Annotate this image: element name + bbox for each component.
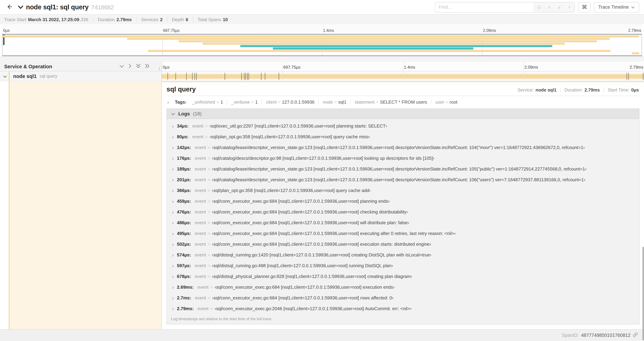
meta-label: Duration <box>98 17 115 22</box>
collapse-all-button[interactable] <box>145 64 150 69</box>
log-field-value: ‹sql/conn_executor_exec.go:684 [nsql1,cl… <box>212 295 393 300</box>
span-row-name-cell[interactable]: node sql1 sql query <box>0 71 162 81</box>
minimap-span-bar <box>148 50 610 52</box>
ruler-tick-label: 0µs <box>3 29 10 33</box>
vertical-scrollbar-thumb[interactable] <box>642 247 644 340</box>
log-entry[interactable]: ›80µs:event=‹sql/plan_opt.go:358 [nsql1,… <box>167 131 639 142</box>
focus-match-button[interactable]: ◎ <box>534 2 544 12</box>
trace-view-selector[interactable]: Trace Timeline <box>594 2 639 12</box>
log-marker-tick <box>247 73 248 80</box>
arrow-left-icon <box>6 3 13 11</box>
log-field-value: ‹sql/conn_executor_exec.go:2046 [nsql1,c… <box>215 306 412 311</box>
log-entry[interactable]: ›597µs:event=‹sql/distsql_running.go:498… <box>167 260 639 271</box>
span-detail-header: sql query Service:node sql1Duration:2.79… <box>166 84 640 93</box>
log-field-value: ‹sql/plan_opt.go:358 [nsql1,client=127.0… <box>212 188 370 193</box>
log-entry[interactable]: ›189µs:event=‹sql/catalog/lease/descript… <box>167 164 639 174</box>
equals-sign: = <box>208 156 210 161</box>
log-entry[interactable]: ›459µs:event=‹sql/conn_executor_exec.go:… <box>167 196 639 207</box>
column-resizer-grip[interactable]: ∥ <box>158 67 160 70</box>
log-entry[interactable]: ›678µs:event=‹sql/distsql_physical_plann… <box>167 271 639 282</box>
chevron-right-icon: › <box>172 274 174 279</box>
expand-all-button[interactable] <box>136 64 140 69</box>
log-timestamp: 2.79ms: <box>177 306 194 311</box>
next-match-button[interactable]: ∨ <box>554 2 564 12</box>
keyboard-shortcuts-button[interactable]: ⌘ <box>578 2 591 12</box>
log-field-key: event <box>195 220 206 225</box>
minimap-span-bar <box>202 43 565 45</box>
ruler-tick-label: 2.79ms <box>630 65 643 70</box>
double-chevron-down-icon <box>136 64 140 69</box>
log-field-value: ‹sql/conn_executor_exec.go:684 [nsql1,cl… <box>212 220 409 225</box>
logs-count: (18) <box>193 111 202 116</box>
collapse-one-level-button[interactable] <box>128 64 132 69</box>
span-meta-value: node sql1 <box>536 87 556 93</box>
trace-minimap[interactable] <box>2 34 642 56</box>
log-entry[interactable]: ›34µs:event=‹sql/exec_util.go:2297 [nsql… <box>167 121 639 131</box>
ruler-tick-label: 2.79ms <box>628 29 641 33</box>
log-entry[interactable]: ›502µs:event=‹sql/conn_executor_exec.go:… <box>167 239 639 249</box>
span-id-label: SpanID: <box>562 333 579 338</box>
log-field-key: event <box>195 263 206 268</box>
span-id-value: 4877749850101760812 <box>581 333 630 338</box>
log-marker-tick <box>246 73 246 80</box>
tag-value: root <box>450 100 458 105</box>
log-timestamp: 34µs: <box>177 123 188 129</box>
log-entry[interactable]: ›2.7ms:event=‹sql/conn_executor_exec.go:… <box>167 292 639 303</box>
log-entry[interactable]: ›2.79ms:event=‹sql/conn_executor_exec.go… <box>167 303 639 314</box>
link-icon <box>633 332 638 338</box>
log-field-value: ‹sql/distsql_physical_planner.go:828 [ns… <box>212 274 412 279</box>
log-entry[interactable]: ›201µs:event=‹sql/catalog/lease/descript… <box>167 174 639 185</box>
meta-value: March 31 2022, 17:25:09 <box>28 17 79 22</box>
log-entry[interactable]: ›495µs:event=‹sql/conn_executor_exec.go:… <box>167 228 639 239</box>
meta-value: 2.79ms <box>116 17 132 22</box>
chevron-right-icon <box>128 64 132 69</box>
log-timestamp: 2.7ms: <box>177 295 191 300</box>
span-meta-item: Duration:2.79ms <box>560 87 604 93</box>
equals-sign: = <box>210 306 213 311</box>
find-input[interactable] <box>435 2 534 12</box>
chevron-down-icon <box>18 4 23 10</box>
log-entry[interactable]: ›476µs:event=‹sql/conn_executor_exec.go:… <box>167 207 639 217</box>
log-marker-tick <box>261 73 262 80</box>
log-marker-tick <box>168 73 168 80</box>
tag-item: statement=SELECT * FROM users <box>350 100 431 105</box>
equals-sign: = <box>208 231 210 236</box>
tag-key: user <box>436 100 444 105</box>
log-entry[interactable]: ›176µs:event=‹sql/catalog/descs/descript… <box>167 153 639 164</box>
previous-match-button[interactable]: ∧ <box>544 2 554 12</box>
tags-section-toggle[interactable]: › Tags: _unfinished=1_verbose=1client=12… <box>166 96 640 108</box>
minimap-span-bar <box>632 52 639 54</box>
log-marker-tick <box>244 73 244 80</box>
log-timestamp: 459µs: <box>177 199 191 204</box>
span-meta-label: Service: <box>518 87 534 93</box>
page-title: node sql1: sql query7418682 <box>26 3 114 11</box>
span-row[interactable]: node sql1 sql query <box>0 71 644 82</box>
service-operation-title: Service & Operation <box>4 64 52 69</box>
chevron-right-icon: › <box>172 123 174 129</box>
log-marker-tick <box>279 73 279 80</box>
span-timeline-cell[interactable] <box>162 71 644 81</box>
log-field-value: ‹sql/catalog/descs/descriptor.go:98 [nsq… <box>212 156 434 161</box>
copy-span-link-button[interactable] <box>633 332 638 338</box>
tag-key: node <box>323 100 333 105</box>
log-field-key: event <box>192 134 204 139</box>
chevron-down-icon: ∨ <box>558 5 561 10</box>
logs-section-toggle[interactable]: Logs (18) <box>167 109 639 119</box>
service-color-stripe <box>9 71 10 81</box>
collapse-span-children-toggle[interactable] <box>3 73 7 79</box>
log-entry[interactable]: ›486µs:event=‹sql/conn_executor_exec.go:… <box>167 217 639 228</box>
chevron-up-icon: ∧ <box>548 5 551 10</box>
back-button[interactable] <box>5 2 14 12</box>
log-entry[interactable]: ›142µs:event=‹sql/catalog/lease/descript… <box>167 142 639 153</box>
log-field-key: event <box>195 177 206 182</box>
expand-one-level-button[interactable] <box>120 64 124 69</box>
collapse-trace-header-toggle[interactable] <box>18 4 23 10</box>
clear-find-button[interactable]: × <box>564 2 574 12</box>
log-entry[interactable]: ›366µs:event=‹sql/plan_opt.go:358 [nsql1… <box>167 185 639 196</box>
log-entry[interactable]: ›574µs:event=‹sql/distsql_running.go:142… <box>167 249 639 260</box>
meta-value: 2 <box>160 17 162 22</box>
tag-item: _unfinished=1 <box>188 100 227 105</box>
header-toolbar: ◎ ∧ ∨ × ⌘ Trace Timeline <box>435 2 639 12</box>
log-entry[interactable]: ›2.69ms:event=‹sql/conn_executor_exec.go… <box>167 282 639 292</box>
operation-name: sql query <box>40 74 57 79</box>
